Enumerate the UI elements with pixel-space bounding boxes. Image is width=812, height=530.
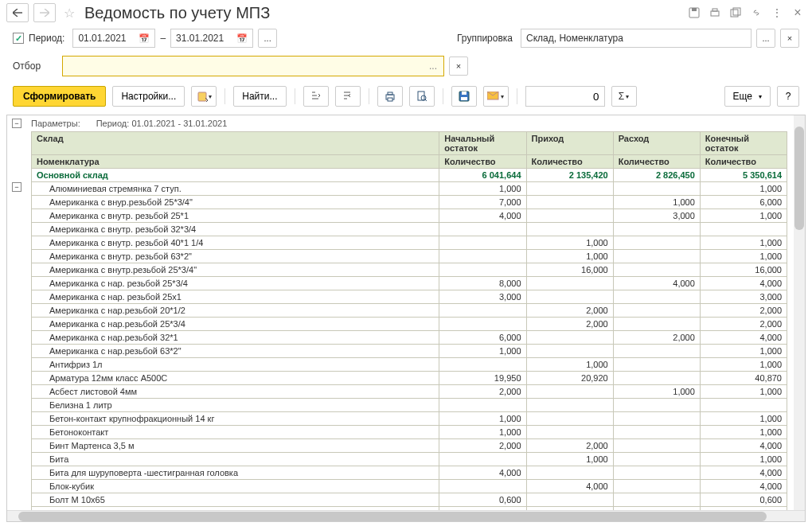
table-row[interactable]: Болт М 10х650,6000,600: [32, 493, 787, 507]
table-row[interactable]: Американка с нар. резьбой 25*3/48,0004,0…: [32, 277, 787, 290]
col-kon: Конечный остаток: [700, 132, 787, 155]
expand-groups-button[interactable]: [303, 86, 329, 107]
table-row[interactable]: Американка с внутр.резьбой 25*3/4"16,000…: [32, 263, 787, 277]
table-row[interactable]: Алюминиевая стремянка 7 ступ.1,0001,000: [32, 182, 787, 196]
more-button[interactable]: Еще▾: [724, 86, 771, 107]
table-row[interactable]: Американка с нар.резьбой 63*2"1,0001,000: [32, 345, 787, 358]
grouping-input[interactable]: Склад, Номенклатура: [521, 29, 751, 48]
period-label: Период:: [29, 33, 64, 44]
email-button[interactable]: ▾: [483, 86, 509, 107]
cell-kon: 1,000: [700, 209, 787, 223]
print-button[interactable]: [377, 86, 403, 107]
link-icon[interactable]: [748, 5, 764, 21]
total-rashod: 2 826,450: [613, 169, 700, 182]
cell-rashod: [613, 182, 700, 196]
total-row[interactable]: Основной склад 6 041,644 2 135,420 2 826…: [32, 169, 787, 182]
cell-rashod: [613, 426, 700, 439]
vertical-scrollbar[interactable]: [794, 115, 805, 510]
cell-rashod: [613, 290, 700, 304]
table-row[interactable]: Американка с внур.резьбой 25*3/4"7,0001,…: [32, 196, 787, 209]
period-select-button[interactable]: ...: [258, 29, 277, 48]
cell-kon: 2,000: [700, 318, 787, 331]
col-qty: Количество: [613, 155, 700, 169]
cell-name: Американка с внутр. резьбой 25*1: [32, 209, 439, 223]
save-icon[interactable]: [686, 5, 702, 21]
number-input[interactable]: [525, 86, 605, 107]
calendar-icon[interactable]: 📅: [236, 33, 248, 44]
table-row[interactable]: Бетоноконтакт1,0001,000: [32, 426, 787, 439]
calendar-icon[interactable]: 📅: [139, 33, 150, 44]
more-icon[interactable]: ⋮: [769, 5, 785, 21]
cell-kon: 1,000: [700, 453, 787, 466]
cell-rashod: [613, 480, 700, 493]
col-nomen: Номенклатура: [32, 155, 439, 169]
cell-name: Бетоноконтакт: [32, 426, 439, 439]
cell-rashod: 2,000: [613, 331, 700, 345]
table-row[interactable]: Бинт Мартенса 3,5 м2,0002,0004,000: [32, 439, 787, 453]
print-icon[interactable]: [707, 5, 723, 21]
cell-kon: 1,000: [700, 358, 787, 372]
table-row[interactable]: Американка с нар.резьбой 32*16,0002,0004…: [32, 331, 787, 345]
table-row[interactable]: Американка с нар.резьбой 25*3/42,0002,00…: [32, 318, 787, 331]
table-row[interactable]: Американка с внутр. резьбой 63*2"1,0001,…: [32, 250, 787, 263]
cell-name: Арматура 12мм класс А500С: [32, 372, 439, 385]
table-row[interactable]: Арматура 12мм класс А500С19,95020,92040,…: [32, 372, 787, 385]
period-checkbox[interactable]: ✓: [13, 33, 24, 44]
tree-collapse-row[interactable]: −: [12, 182, 21, 192]
help-button[interactable]: ?: [777, 86, 799, 107]
table-row[interactable]: Асбест листовой 4мм2,0001,0001,000: [32, 385, 787, 399]
table-row[interactable]: Бетон-контакт крупнофракционный 14 кг1,0…: [32, 412, 787, 426]
forward-button[interactable]: [33, 3, 56, 22]
save-report-button[interactable]: [451, 86, 477, 107]
cell-kon: 1,000: [700, 345, 787, 358]
cell-prihod: [526, 385, 613, 399]
report-area: − Параметры: Период: 01.01.2021 - 31.01.…: [6, 115, 806, 522]
cell-name: Американка с внутр. резьбой 40*1 1/4: [32, 236, 439, 250]
cell-name: Американка с нар.резьбой 25*3/4: [32, 318, 439, 331]
cell-kon: 0,600: [700, 493, 787, 507]
cell-name: Американка с внутр.резьбой 25*3/4": [32, 263, 439, 277]
table-row[interactable]: Бита для шуруповерта -шестигранная голов…: [32, 466, 787, 480]
cell-kon: 1,000: [700, 250, 787, 263]
horizontal-scrollbar[interactable]: [7, 510, 805, 521]
svg-rect-9: [388, 98, 392, 101]
table-row[interactable]: Антифриз 1л1,0001,000: [32, 358, 787, 372]
table-row[interactable]: Американка с нар.резьбой 20*1/22,0002,00…: [32, 304, 787, 318]
settings-button[interactable]: Настройки...: [112, 86, 185, 107]
table-row[interactable]: Американка с внутр. резьбой 25*14,0003,0…: [32, 209, 787, 223]
table-row[interactable]: Американка с внутр. резьбой 32*3/4: [32, 223, 787, 236]
table-row[interactable]: Бита1,0001,000: [32, 453, 787, 466]
back-button[interactable]: [6, 3, 29, 22]
cell-kon: 3,000: [700, 290, 787, 304]
tree-collapse-top[interactable]: −: [12, 119, 21, 128]
find-button[interactable]: Найти...: [233, 86, 286, 107]
sum-button[interactable]: Σ▾: [611, 86, 637, 107]
table-row[interactable]: Американка с нар. резьбой 25х13,0003,000: [32, 290, 787, 304]
star-icon[interactable]: ☆: [64, 6, 75, 21]
period-to-input[interactable]: 31.01.2021 📅: [170, 29, 253, 48]
close-button[interactable]: ×: [790, 5, 806, 21]
cell-rashod: [613, 358, 700, 372]
paste-button[interactable]: ▾: [191, 86, 217, 107]
cell-prihod: 1,000: [526, 236, 613, 250]
filter-clear-button[interactable]: ×: [449, 57, 468, 76]
table-row[interactable]: Американка с внутр. резьбой 40*1 1/41,00…: [32, 236, 787, 250]
cell-rashod: 1,000: [613, 196, 700, 209]
period-from-input[interactable]: 01.01.2021 📅: [72, 29, 155, 48]
new-window-icon[interactable]: [728, 5, 744, 21]
cell-kon: 16,000: [700, 263, 787, 277]
preview-button[interactable]: [409, 86, 435, 107]
filter-input[interactable]: [66, 60, 426, 72]
cell-nach: [439, 250, 526, 263]
filter-select-button[interactable]: ...: [426, 60, 440, 72]
cell-nach: [439, 236, 526, 250]
grouping-select-button[interactable]: ...: [756, 29, 775, 48]
cell-prihod: [526, 345, 613, 358]
form-button[interactable]: Сформировать: [13, 86, 106, 107]
table-row[interactable]: Белизна 1 литр: [32, 399, 787, 412]
grouping-clear-button[interactable]: ×: [780, 29, 799, 48]
collapse-groups-button[interactable]: [335, 86, 361, 107]
cell-prihod: [526, 196, 613, 209]
cell-kon: 1,000: [700, 236, 787, 250]
table-row[interactable]: Блок-кубик4,0004,000: [32, 480, 787, 493]
